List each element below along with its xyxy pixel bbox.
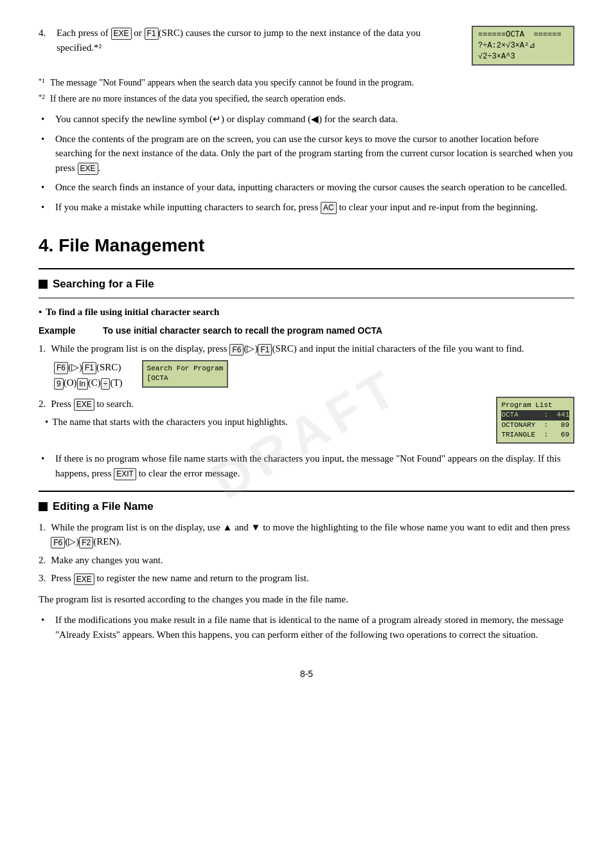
footnote-sup-2: *2 — [39, 92, 48, 105]
key-9: 9 — [54, 378, 64, 390]
editing-bullet-1: • If the modifications you make result i… — [39, 613, 574, 642]
step-1-key-combos: F6(▷)F1(SRC) 9(O)ln(C)÷(T) — [54, 360, 123, 392]
intro-section: 4. Each press of EXE or F1(SRC) causes t… — [39, 26, 574, 214]
footnote-sup-1: *1 — [39, 76, 48, 89]
searching-heading: Searching for a File — [39, 276, 574, 293]
example-label: Example — [39, 324, 90, 338]
bullet-item-3: • Once the search finds an instance of y… — [39, 180, 574, 195]
step-1-number: 1. — [39, 341, 46, 356]
sym-tri-1: ▷ — [247, 343, 254, 354]
item4-number: 4. — [39, 26, 51, 55]
footnote-2: *2 If there are no more instances of the… — [39, 92, 574, 105]
key-ac: AC — [321, 202, 337, 214]
step-2-block: 2. Press EXE to search. • The name that … — [39, 397, 574, 444]
key-exit: EXIT — [114, 468, 136, 480]
intro-bullet-list: • You cannot specify the newline symbol … — [39, 112, 574, 214]
searching-section: • To find a file using initial character… — [39, 305, 574, 481]
editing-step-2-text: Make any changes you want. — [51, 553, 163, 568]
key-exe-2: EXE — [78, 163, 98, 175]
footnote-2-text: If there are no more instances of the da… — [50, 92, 345, 105]
editing-step-3: 3. Press EXE to register the new name an… — [39, 571, 574, 586]
lcd-line-3: √2÷3×A^3 — [478, 52, 515, 61]
editing-heading-text: Editing a File Name — [53, 498, 154, 515]
page-number: 8-5 — [300, 669, 313, 679]
editing-note-1: The program list is resorted according t… — [39, 592, 574, 607]
section-4-title: File Management — [58, 235, 204, 255]
key-exe-editing: EXE — [74, 574, 94, 586]
step-2-number: 2. — [39, 397, 46, 411]
key-f6-combo: F6 — [54, 362, 68, 374]
key-f1-combo: F1 — [82, 362, 96, 374]
bullet-item-4: • If you make a mistake while inputting … — [39, 200, 574, 215]
key-f6-1: F6 — [229, 344, 244, 356]
intro-top: 4. Each press of EXE or F1(SRC) causes t… — [39, 26, 574, 66]
lcd3-header: Program List — [501, 401, 552, 409]
editing-step-3-text: Press EXE to register the new name and r… — [51, 571, 309, 586]
bullet-item-1: • You cannot specify the newline symbol … — [39, 112, 574, 127]
bullet-3-text: Once the search finds an instance of you… — [55, 180, 567, 195]
key-combo-line-2: 9(O)ln(C)÷(T) — [54, 375, 123, 390]
bullet-notfound-text: If there is no program whose file name s… — [55, 451, 574, 480]
key-f1-1: F1 — [258, 344, 272, 356]
lcd3-row-3: TRIANGLE : 69 — [501, 430, 569, 440]
bullet-1-text: You cannot specify the newline symbol (↵… — [55, 112, 398, 127]
bullet-notfound-dot: • — [41, 451, 50, 480]
editing-step-1-number: 1. — [39, 520, 46, 549]
key-ln: ln — [77, 378, 88, 390]
editing-step-3-number: 3. — [39, 571, 46, 586]
black-square-searching — [39, 280, 48, 289]
editing-section: 1. While the program list is on the disp… — [39, 520, 574, 642]
footnote-block: *1 The message "Not Found" appears when … — [39, 76, 574, 105]
item4-text: Each press of EXE or F1(SRC) causes the … — [57, 26, 452, 55]
lcd2-line-1: Search For Program — [147, 365, 224, 372]
page-footer: 8-5 — [39, 667, 574, 681]
sub-bullet-text: To find a file using initial character s… — [46, 305, 219, 320]
numbered-item-4: 4. Each press of EXE or F1(SRC) causes t… — [39, 26, 452, 55]
lcd3-row-1-highlighted: OCTA : 441 — [501, 410, 569, 420]
example-row: Example To use initial character search … — [39, 324, 574, 338]
step-2-text: Press EXE to search. — [51, 397, 134, 411]
bullet-dot-2: • — [41, 132, 50, 176]
step-1-text: While the program list is on the display… — [51, 341, 524, 356]
bullet-notfound: • If there is no program whose file name… — [39, 451, 574, 480]
intro-top-screen: ======OCTA ====== ?÷A:2×√3×A²⊿ √2÷3×A^3 — [472, 26, 574, 66]
step-2-sub-dot: • — [45, 415, 48, 429]
key-div: ÷ — [101, 378, 111, 390]
editing-step-2: 2. Make any changes you want. — [39, 553, 574, 568]
editing-step-1: 1. While the program list is on the disp… — [39, 520, 574, 549]
thick-divider-2 — [39, 491, 574, 492]
example-text: To use initial character search to recal… — [103, 324, 382, 338]
footnote-1: *1 The message "Not Found" appears when … — [39, 76, 574, 89]
section-4-number: 4. — [39, 235, 53, 255]
bullet-dot-3: • — [41, 180, 50, 195]
thin-divider-1 — [39, 298, 574, 298]
thick-divider-1 — [39, 268, 574, 269]
key-f1-src: F1 — [145, 28, 159, 40]
searching-heading-text: Searching for a File — [53, 276, 154, 293]
step-2-item: 2. Press EXE to search. — [39, 397, 477, 411]
lcd-screen-3-container: Program List OCTA : 441 OCTONARY : 89 TR… — [496, 397, 574, 444]
intro-top-text: 4. Each press of EXE or F1(SRC) causes t… — [39, 26, 452, 62]
key-f6-editing: F6 — [51, 537, 65, 549]
key-exe-step2: EXE — [74, 399, 94, 411]
tri-sym-combo: ▷ — [71, 362, 79, 372]
black-square-editing — [39, 502, 48, 511]
bullet-item-2: • Once the contents of the program are o… — [39, 132, 574, 176]
editing-bullet-1-text: If the modifications you make result in … — [55, 613, 574, 642]
section-4-heading: 4. File Management — [39, 232, 574, 259]
editing-step-1-text: While the program list is on the display… — [51, 520, 574, 549]
lcd-screen-2: Search For Program [OCTA — [142, 360, 229, 388]
lcd-line-2: ?÷A:2×√3×A²⊿ — [478, 41, 535, 50]
bullet-4-text: If you make a mistake while inputting ch… — [55, 200, 538, 215]
step-2-sub-text: The name that starts with the characters… — [52, 415, 288, 429]
key-combo-line-1: F6(▷)F1(SRC) — [54, 360, 123, 375]
bullet-dot-1: • — [41, 112, 50, 127]
step-2-left: 2. Press EXE to search. • The name that … — [39, 397, 477, 429]
bullet-2-text: Once the contents of the program are on … — [55, 132, 574, 176]
tri-sym-editing: ▷ — [68, 536, 76, 547]
editing-heading: Editing a File Name — [39, 498, 574, 515]
footnote-1-text: The message "Not Found" appears when the… — [50, 76, 414, 89]
editing-bullet-dot-1: • — [41, 613, 50, 642]
lcd-screen-1: ======OCTA ====== ?÷A:2×√3×A²⊿ √2÷3×A^3 — [472, 26, 574, 66]
lcd-line-1: ======OCTA ====== — [478, 30, 562, 39]
